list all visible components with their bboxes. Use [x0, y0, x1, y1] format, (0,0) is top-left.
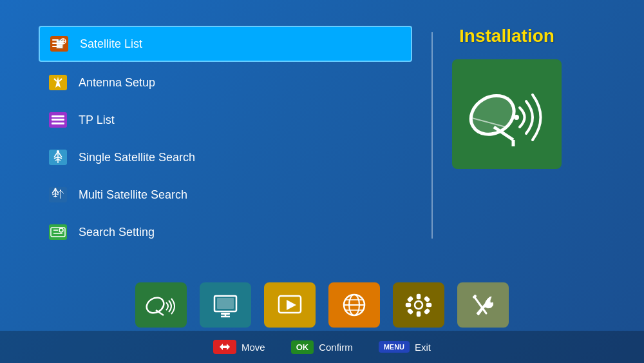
dock-item-satellite[interactable]: [135, 282, 187, 328]
single-satellite-search-icon: [48, 147, 68, 168]
svg-point-55: [415, 301, 422, 309]
confirm-label: Confirm: [319, 342, 353, 353]
svg-point-41: [145, 295, 167, 316]
menu-label-tp-list: TP List: [79, 113, 115, 127]
svg-point-25: [55, 188, 57, 190]
multi-satellite-search-icon: [48, 184, 68, 205]
dock-item-tv[interactable]: [200, 282, 251, 328]
menu-label-satellite-list: Satellite List: [80, 37, 142, 51]
confirm-badge: OK: [291, 340, 314, 354]
bottom-bar: Move OK Confirm MENU Exit: [0, 331, 644, 363]
satellite-icon-box: [452, 59, 562, 169]
menu-item-single-satellite-search[interactable]: Single Satellite Search: [39, 141, 412, 174]
menu-item-tp-list[interactable]: TP List: [39, 103, 412, 137]
satellite-list-icon: 📋: [49, 34, 70, 54]
svg-rect-14: [52, 119, 64, 121]
move-label: Move: [242, 342, 265, 353]
tp-list-icon: [48, 110, 68, 130]
svg-rect-30: [49, 224, 67, 240]
bottom-dock: [0, 282, 644, 328]
exit-badge: MENU: [379, 341, 410, 353]
main-content: 📋 Satellite List: [0, 0, 644, 245]
svg-rect-45: [221, 313, 230, 315]
svg-rect-44: [217, 298, 234, 309]
menu-item-multi-satellite-search[interactable]: Multi Satellite Search: [39, 178, 412, 211]
exit-label: Exit: [415, 342, 431, 353]
svg-rect-2: [52, 39, 59, 41]
dock-item-settings[interactable]: [393, 282, 444, 328]
svg-rect-68: [223, 346, 227, 348]
svg-marker-49: [287, 300, 296, 310]
svg-point-39: [514, 115, 519, 120]
dock-item-globe[interactable]: [328, 282, 380, 328]
move-badge: [213, 340, 236, 355]
menu-panel: 📋 Satellite List: [39, 26, 412, 245]
svg-rect-4: [52, 46, 60, 47]
svg-rect-61: [424, 297, 429, 301]
svg-marker-67: [227, 344, 230, 350]
menu-item-satellite-list[interactable]: 📋 Satellite List: [39, 26, 412, 62]
svg-rect-58: [406, 304, 410, 306]
svg-marker-66: [220, 344, 223, 350]
svg-rect-15: [52, 123, 64, 124]
svg-rect-62: [408, 309, 412, 313]
installation-title: Installation: [459, 26, 554, 46]
svg-point-36: [464, 88, 521, 142]
svg-rect-56: [417, 295, 420, 299]
menu-label-multi-satellite-search: Multi Satellite Search: [79, 188, 187, 202]
svg-point-20: [57, 150, 59, 153]
menu-item-search-setting[interactable]: Search Setting: [39, 215, 412, 249]
svg-rect-57: [417, 312, 420, 316]
vertical-divider: [431, 32, 433, 239]
dock-item-tools[interactable]: [457, 282, 509, 328]
antenna-setup-icon: [48, 72, 68, 93]
svg-rect-3: [52, 43, 61, 44]
menu-label-single-satellite-search: Single Satellite Search: [79, 151, 195, 164]
bottom-hint-exit: MENU Exit: [379, 341, 431, 353]
svg-point-29: [60, 190, 61, 191]
search-setting-icon: [48, 222, 68, 242]
menu-item-antenna-setup[interactable]: Antenna Setup: [39, 66, 412, 99]
right-panel: Installation: [452, 26, 562, 245]
menu-label-antenna-setup: Antenna Setup: [79, 76, 155, 90]
menu-label-search-setting: Search Setting: [79, 226, 155, 239]
svg-rect-59: [427, 304, 431, 306]
svg-rect-13: [52, 115, 64, 117]
dock-item-media[interactable]: [264, 282, 316, 328]
bottom-hint-move: Move: [213, 340, 265, 355]
bottom-hint-confirm: OK Confirm: [291, 340, 353, 354]
svg-rect-63: [424, 309, 429, 313]
svg-rect-60: [408, 297, 412, 301]
